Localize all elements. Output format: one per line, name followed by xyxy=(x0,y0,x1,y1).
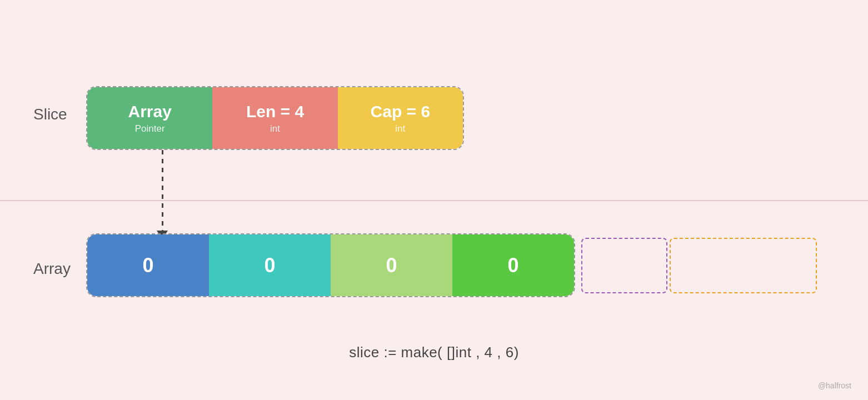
pointer-arrow xyxy=(157,150,168,239)
slice-cell-cap: Cap = 6 int xyxy=(338,87,463,149)
cap-box-orange xyxy=(670,238,817,293)
watermark: @halfrost xyxy=(818,381,851,390)
array-label: Array xyxy=(33,260,71,278)
slice-cell-len-sub: int xyxy=(270,123,280,134)
slice-cell-cap-main: Cap = 6 xyxy=(371,102,431,121)
slice-cell-array-sub: Pointer xyxy=(135,123,165,134)
slice-cell-len-main: Len = 4 xyxy=(246,102,304,121)
array-cell-2: 0 xyxy=(331,234,452,296)
slice-box: Array Pointer Len = 4 int Cap = 6 int xyxy=(86,86,464,150)
slice-cell-len: Len = 4 int xyxy=(212,87,337,149)
array-cell-0: 0 xyxy=(87,234,209,296)
arrow-line xyxy=(162,150,163,231)
array-box: 0 0 0 0 xyxy=(86,233,575,297)
code-line: slice := make( []int , 4 , 6) xyxy=(349,344,519,361)
slice-cell-cap-sub: int xyxy=(395,123,405,134)
cap-extra-container xyxy=(581,238,817,293)
main-container: Slice Array Pointer Len = 4 int Cap = 6 … xyxy=(0,0,868,400)
array-cell-3: 0 xyxy=(452,234,574,296)
slice-cell-array-main: Array xyxy=(128,102,171,121)
slice-cell-array: Array Pointer xyxy=(87,87,212,149)
divider xyxy=(0,200,868,201)
slice-label: Slice xyxy=(33,106,67,123)
array-cell-1: 0 xyxy=(209,234,331,296)
cap-box-purple xyxy=(581,238,667,293)
